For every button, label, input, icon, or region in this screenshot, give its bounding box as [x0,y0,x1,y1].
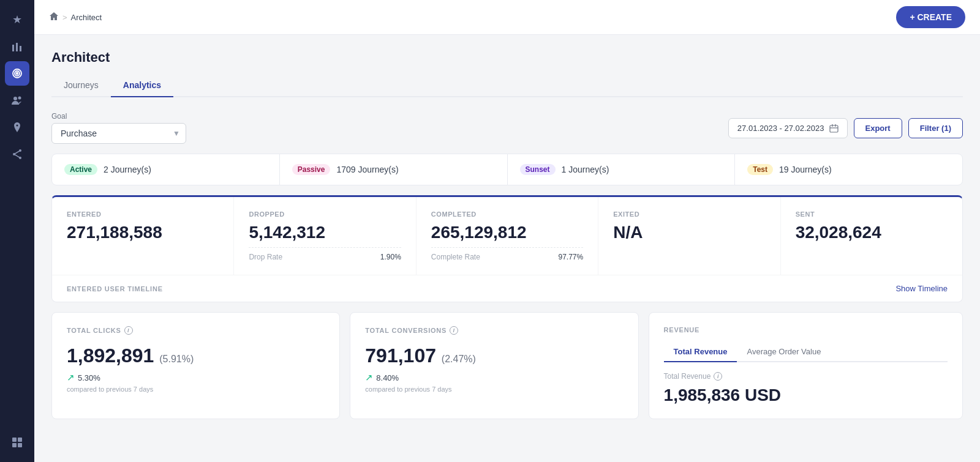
drop-rate-label: Drop Rate [249,253,282,261]
revenue-total-label-row: Total Revenue i [664,372,948,381]
location-icon[interactable] [5,115,29,140]
badge-passive: Passive [292,164,331,175]
status-card-test: Test 19 Journey(s) [735,154,962,185]
topbar: > Architect + CREATE [34,0,980,35]
total-clicks-pct: (5.91%) [159,354,194,364]
goal-section: Goal Purchase Signup Checkout Activation… [51,112,186,144]
stat-entered: ENTERED 271,188,588 [52,197,234,275]
breadcrumb-page: Architect [71,13,102,22]
stat-exited-value: N/A [613,223,765,242]
metric-total-clicks: TOTAL CLICKS i 1,892,891 (5.91%) ↗ 5.30%… [51,312,340,419]
complete-rate-value: 97.77% [559,253,584,261]
arrow-up-icon-2: ↗ [365,372,373,383]
sunset-count: 1 Journey(s) [562,165,609,174]
tabs-bar: Journeys Analytics [51,75,963,97]
total-conversions-label: TOTAL CONVERSIONS i [365,326,623,335]
svg-point-7 [18,97,21,100]
stats-section: ENTERED 271,188,588 DROPPED 5,142,312 Dr… [51,195,963,302]
target-icon[interactable] [5,61,29,86]
stat-dropped-label: DROPPED [249,211,401,218]
passive-count: 1709 Journey(s) [336,165,398,174]
goal-select-wrapper: Purchase Signup Checkout Activation ▼ [51,123,186,144]
revenue-tab-avg[interactable]: Average Order Value [737,343,831,362]
stat-completed-sub: Complete Rate 97.77% [431,247,583,261]
badge-test: Test [747,164,773,175]
stat-dropped: DROPPED 5,142,312 Drop Rate 1.90% [234,197,416,275]
arrow-up-icon: ↗ [67,372,75,383]
star-icon[interactable]: ★ [5,7,29,32]
status-card-active: Active 2 Journey(s) [52,154,280,185]
total-conversions-pct: (2.47%) [442,354,476,364]
main-content: > Architect + CREATE Architect Journeys … [34,0,980,462]
timeline-row: ENTERED USER TIMELINE Show Timeline [52,275,962,302]
timeline-label: ENTERED USER TIMELINE [67,285,163,292]
stat-exited-label: EXITED [613,211,765,218]
users-icon[interactable] [5,88,29,113]
total-clicks-value: 1,892,891 (5.91%) [67,345,325,367]
stat-sent-value: 32,028,624 [796,223,948,242]
svg-line-12 [14,154,20,158]
revenue-total-label: Total Revenue [664,372,711,381]
svg-point-6 [13,97,17,100]
tab-analytics[interactable]: Analytics [111,75,173,97]
stat-entered-value: 271,188,588 [67,223,219,242]
date-range-value: 27.01.2023 - 27.02.2023 [737,124,824,133]
revenue-value: 1,985,836 USD [664,386,948,405]
svg-rect-1 [16,43,18,51]
svg-rect-17 [830,125,838,132]
share-icon[interactable] [5,142,29,166]
test-count: 19 Journey(s) [779,165,832,174]
stat-completed-label: COMPLETED [431,211,583,218]
complete-rate-label: Complete Rate [431,253,480,261]
svg-point-5 [17,73,18,75]
total-clicks-note: compared to previous 7 days [67,386,325,393]
tab-journeys[interactable]: Journeys [51,75,111,97]
create-button[interactable]: + CREATE [896,6,965,28]
svg-rect-2 [20,46,21,51]
export-button[interactable]: Export [854,118,902,138]
chart-icon[interactable] [5,34,29,59]
svg-rect-13 [12,438,17,442]
metric-total-conversions: TOTAL CONVERSIONS i 791,107 (2.47%) ↗ 8.… [350,312,638,419]
stat-completed: COMPLETED 265,129,812 Complete Rate 97.7… [417,197,598,275]
metric-cards: TOTAL CLICKS i 1,892,891 (5.91%) ↗ 5.30%… [51,312,963,419]
stat-dropped-sub: Drop Rate 1.90% [249,247,401,261]
stat-completed-value: 265,129,812 [431,223,583,242]
date-range-button[interactable]: 27.01.2023 - 27.02.2023 [728,118,848,138]
stat-sent-label: SENT [796,211,948,218]
drop-rate-value: 1.90% [380,253,401,261]
goal-select[interactable]: Purchase Signup Checkout Activation [51,123,186,144]
grid-icon[interactable] [5,430,29,455]
total-clicks-change: ↗ 5.30% [67,372,325,383]
goal-label: Goal [51,112,186,121]
total-conversions-value: 791,107 (2.47%) [365,345,623,367]
stats-row: ENTERED 271,188,588 DROPPED 5,142,312 Dr… [52,197,962,275]
revenue-label: REVENUE [664,326,948,333]
svg-rect-14 [18,438,22,442]
total-conversions-info-icon[interactable]: i [450,326,458,335]
show-timeline-link[interactable]: Show Timeline [895,284,948,293]
goal-row: Goal Purchase Signup Checkout Activation… [51,112,963,144]
revenue-tab-total[interactable]: Total Revenue [664,343,737,362]
svg-rect-15 [12,443,17,447]
revenue-info-icon[interactable]: i [714,372,722,381]
calendar-icon [829,124,839,133]
stat-dropped-value: 5,142,312 [249,223,401,242]
total-clicks-label: TOTAL CLICKS i [67,326,325,335]
status-cards: Active 2 Journey(s) Passive 1709 Journey… [51,154,963,185]
total-conversions-change: ↗ 8.40% [365,372,623,383]
stat-sent: SENT 32,028,624 [781,197,962,275]
badge-active: Active [64,164,97,175]
total-conversions-note: compared to previous 7 days [365,386,623,393]
metric-revenue: REVENUE Total Revenue Average Order Valu… [649,312,963,419]
sidebar: ★ [0,0,34,462]
badge-sunset: Sunset [520,164,556,175]
stat-entered-label: ENTERED [67,211,219,218]
total-clicks-info-icon[interactable]: i [124,326,133,335]
filter-button[interactable]: Filter (1) [908,118,963,138]
svg-rect-16 [18,443,22,447]
right-controls: 27.01.2023 - 27.02.2023 Export Filter (1… [728,118,963,138]
home-icon[interactable] [49,12,59,23]
active-count: 2 Journey(s) [104,165,151,174]
breadcrumb-separator: > [62,13,67,22]
